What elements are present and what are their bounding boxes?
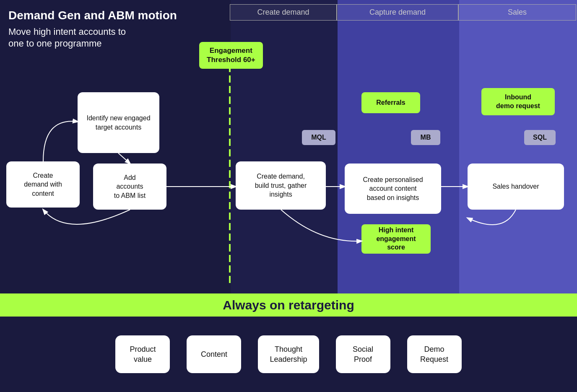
- col-header-create-demand: Create demand: [230, 4, 337, 21]
- col-bg-sales: [459, 0, 577, 293]
- sales-handover-box: Sales handover: [468, 164, 564, 210]
- main-container: Demand Gen and ABM motion Move high inte…: [0, 0, 577, 392]
- referrals-box: Referrals: [361, 92, 420, 113]
- bottom-product-value: Productvalue: [115, 335, 170, 373]
- inbound-demo-box: Inbounddemo request: [481, 88, 555, 115]
- main-heading: Demand Gen and ABM motion: [8, 8, 177, 23]
- top-section: Demand Gen and ABM motion Move high inte…: [0, 0, 577, 293]
- create-demand-content-box: Createdemand withcontent: [6, 161, 80, 208]
- create-demand-build-box: Create demand,build trust, gatherinsight…: [236, 161, 326, 210]
- retargeting-banner: Always on retargeting: [0, 293, 577, 317]
- mql-label: MQL: [302, 130, 335, 145]
- high-intent-box: High intentengagementscore: [361, 224, 431, 254]
- sql-label: SQL: [524, 130, 556, 145]
- mb-label: MB: [411, 130, 440, 145]
- main-subheading: Move high intent accounts toone to one p…: [8, 26, 177, 50]
- title-block: Demand Gen and ABM motion Move high inte…: [8, 8, 177, 50]
- identify-box: Identify new engaged target accounts: [78, 92, 159, 153]
- bottom-section: Productvalue Content ThoughtLeadership S…: [0, 317, 577, 392]
- col-header-sales: Sales: [458, 4, 576, 21]
- bottom-content: Content: [187, 335, 241, 373]
- create-personalised-box: Create personalisedaccount contentbased …: [345, 164, 441, 214]
- engagement-threshold-box: EngagementThreshold 60+: [199, 42, 263, 69]
- bottom-social-proof: SocialProof: [336, 335, 390, 373]
- bottom-thought-leadership: ThoughtLeadership: [258, 335, 319, 373]
- dashed-line: [229, 65, 231, 283]
- add-accounts-box: Addaccountsto ABM list: [93, 164, 166, 210]
- bottom-demo-request: DemoRequest: [407, 335, 462, 373]
- col-header-capture-demand: Capture demand: [337, 4, 458, 21]
